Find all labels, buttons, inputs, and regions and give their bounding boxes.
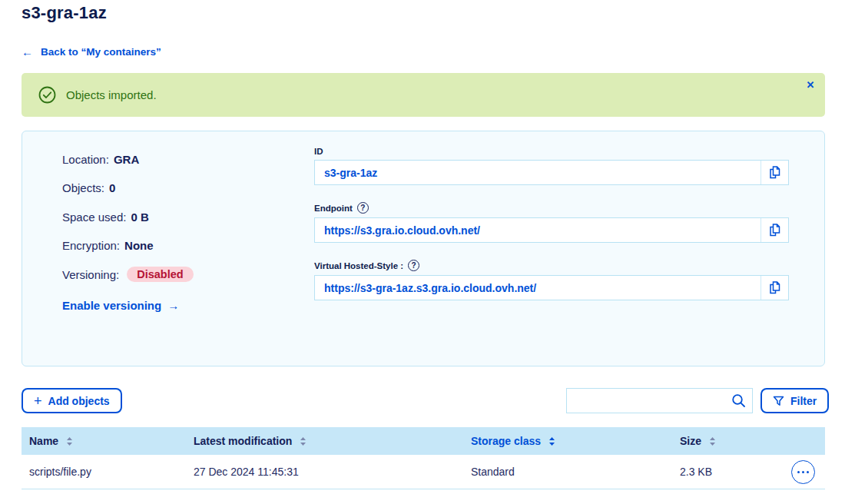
virtual-hosted-style-value: https://s3-gra-1az.s3.gra.io.cloud.ovh.n… bbox=[315, 276, 760, 300]
banner-message: Objects imported. bbox=[66, 88, 157, 101]
success-banner: Objects imported. ✕ bbox=[22, 73, 825, 117]
summary-space-used: Space used: 0 B bbox=[62, 207, 194, 227]
back-link[interactable]: ← Back to “My containers” bbox=[22, 45, 161, 58]
status-badge: Disabled bbox=[127, 267, 193, 282]
summary-label: Encryption: bbox=[62, 239, 120, 252]
enable-versioning-link[interactable]: Enable versioning → bbox=[62, 299, 194, 312]
add-objects-label: Add objects bbox=[48, 395, 110, 407]
column-label: Size bbox=[680, 435, 701, 447]
filter-icon bbox=[773, 396, 784, 406]
container-detail-page: s3-gra-1az ← Back to “My containers” Obj… bbox=[0, 0, 845, 504]
copy-endpoint-button[interactable] bbox=[760, 218, 788, 242]
id-field: s3-gra-1az bbox=[314, 160, 789, 185]
endpoint-field-label: Endpoint bbox=[314, 204, 353, 213]
column-label: Storage class bbox=[471, 435, 541, 447]
summary-label: Location: bbox=[62, 153, 109, 166]
search-input[interactable] bbox=[567, 389, 724, 413]
summary-versioning: Versioning: Disabled bbox=[62, 264, 194, 284]
column-header-latest-modification[interactable]: Latest modification bbox=[194, 435, 471, 447]
virtual-hosted-style-field: https://s3-gra-1az.s3.gra.io.cloud.ovh.n… bbox=[314, 275, 789, 300]
row-actions-menu-button[interactable] bbox=[791, 460, 815, 484]
help-icon[interactable]: ? bbox=[357, 202, 369, 214]
filter-button[interactable]: Filter bbox=[760, 388, 829, 413]
copy-icon bbox=[768, 223, 781, 237]
help-icon[interactable]: ? bbox=[408, 260, 419, 271]
cell-latest-modification: 27 Dec 2024 11:45:31 bbox=[194, 466, 471, 478]
id-field-value: s3-gra-1az bbox=[315, 161, 760, 184]
sort-icon[interactable] bbox=[300, 436, 307, 446]
back-arrow-icon: ← bbox=[22, 45, 33, 58]
copy-virtual-hosted-style-button[interactable] bbox=[760, 276, 788, 300]
virtual-hosted-style-label: Virtual Hosted-Style : bbox=[314, 261, 403, 270]
column-header-size[interactable]: Size bbox=[680, 435, 825, 447]
back-link-label: Back to “My containers” bbox=[41, 46, 161, 58]
column-label: Latest modification bbox=[194, 435, 292, 447]
sort-icon[interactable] bbox=[66, 436, 73, 446]
arrow-right-icon: → bbox=[167, 299, 179, 312]
column-label: Name bbox=[29, 435, 58, 447]
ellipsis-icon bbox=[797, 471, 800, 473]
summary-value: GRA bbox=[114, 153, 139, 166]
summary-label: Objects: bbox=[62, 181, 104, 194]
summary-label: Space used: bbox=[62, 211, 126, 224]
summary-value: 0 B bbox=[131, 211, 148, 224]
endpoint-field-group: Endpoint ? https://s3.gra.io.cloud.ovh.n… bbox=[314, 202, 789, 243]
table-row[interactable]: scripts/file.py 27 Dec 2024 11:45:31 Sta… bbox=[22, 455, 825, 489]
id-field-label: ID bbox=[314, 147, 323, 156]
summary-value: None bbox=[124, 239, 154, 252]
cell-object-name: scripts/file.py bbox=[29, 466, 194, 478]
summary-objects: Objects: 0 bbox=[62, 178, 194, 198]
table-header: Name Latest modification Storage class S… bbox=[22, 427, 825, 455]
check-circle-icon bbox=[38, 86, 56, 104]
search-icon bbox=[731, 393, 746, 408]
plus-icon: + bbox=[34, 394, 42, 408]
column-header-name[interactable]: Name bbox=[29, 435, 194, 447]
copy-id-button[interactable] bbox=[760, 161, 788, 184]
add-objects-button[interactable]: + Add objects bbox=[22, 388, 122, 413]
summary-value: 0 bbox=[109, 181, 115, 194]
summary-location: Location: GRA bbox=[62, 149, 194, 169]
enable-versioning-label: Enable versioning bbox=[62, 299, 161, 312]
filter-label: Filter bbox=[790, 395, 817, 407]
search-button[interactable] bbox=[724, 389, 752, 413]
copy-icon bbox=[768, 165, 781, 180]
id-field-group: ID s3-gra-1az bbox=[314, 147, 789, 185]
cell-storage-class: Standard bbox=[471, 466, 680, 478]
page-title: s3-gra-1az bbox=[22, 3, 107, 23]
endpoint-field-value: https://s3.gra.io.cloud.ovh.net/ bbox=[315, 218, 760, 242]
summary-label: Versioning: bbox=[62, 268, 119, 281]
close-icon[interactable]: ✕ bbox=[802, 76, 819, 93]
sort-icon[interactable] bbox=[709, 436, 716, 446]
copy-icon bbox=[768, 280, 781, 295]
summary-encryption: Encryption: None bbox=[62, 236, 194, 256]
container-summary: Location: GRA Objects: 0 Space used: 0 B… bbox=[62, 149, 194, 312]
sort-icon[interactable] bbox=[548, 436, 555, 446]
endpoint-field: https://s3.gra.io.cloud.ovh.net/ bbox=[314, 217, 789, 243]
column-header-storage-class[interactable]: Storage class bbox=[471, 435, 680, 447]
container-info-card: Location: GRA Objects: 0 Space used: 0 B… bbox=[22, 131, 825, 366]
virtual-hosted-style-field-group: Virtual Hosted-Style : ? https://s3-gra-… bbox=[314, 260, 789, 300]
endpoint-fields: ID s3-gra-1az bbox=[314, 147, 789, 317]
search-box bbox=[566, 388, 753, 413]
objects-table: Name Latest modification Storage class S… bbox=[22, 427, 825, 489]
